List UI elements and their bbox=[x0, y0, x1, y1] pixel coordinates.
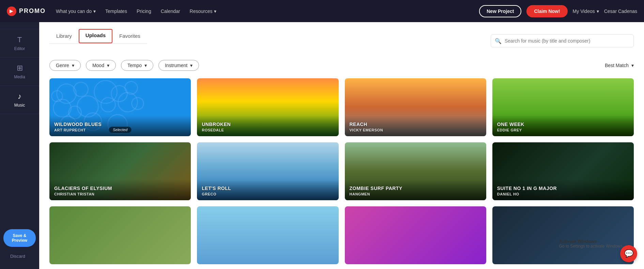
chevron-down-icon: ▾ bbox=[144, 63, 147, 68]
sidebar: T Editor ⊞ Media ♪ Music Save & Preview … bbox=[0, 22, 39, 269]
user-menu[interactable]: Cesar Cadenas bbox=[604, 9, 637, 14]
text-icon: T bbox=[17, 35, 22, 44]
nav-templates[interactable]: Templates bbox=[105, 9, 127, 14]
music-card-glaciers[interactable]: GLACIERS OF ELYSIUMCHRISTIAN TRISTAN bbox=[49, 142, 191, 200]
chevron-down-icon: ▾ bbox=[214, 9, 216, 14]
chevron-down-icon: ▾ bbox=[631, 63, 634, 68]
nav-resources[interactable]: Resources ▾ bbox=[190, 9, 217, 14]
search-icon: 🔍 bbox=[495, 37, 502, 44]
save-preview-button[interactable]: Save & Preview bbox=[3, 229, 36, 247]
music-card-reach[interactable]: REACHVICKY EMERSON bbox=[345, 78, 486, 136]
chat-icon: 💬 bbox=[624, 249, 633, 258]
music-card-suite-g[interactable]: SUITE NO 1 IN G MAJORDANIEL HO bbox=[492, 142, 634, 200]
tempo-filter[interactable]: Tempo ▾ bbox=[121, 60, 153, 71]
search-bar: 🔍 bbox=[491, 34, 634, 47]
chevron-down-icon: ▾ bbox=[93, 9, 96, 14]
genre-filter[interactable]: Genre ▾ bbox=[49, 60, 81, 71]
music-card-lets-roll[interactable]: LET'S ROLLGRECO bbox=[197, 142, 338, 200]
card-title: REACH bbox=[350, 122, 481, 127]
logo-icon: ▶ bbox=[7, 6, 16, 16]
card-title: ONE WEEK bbox=[497, 122, 629, 127]
discard-button[interactable]: Discard bbox=[10, 254, 25, 259]
chevron-down-icon: ▾ bbox=[72, 63, 74, 68]
mood-filter[interactable]: Mood ▾ bbox=[86, 60, 116, 71]
chevron-down-icon: ▾ bbox=[107, 63, 109, 68]
music-card-zombie-surf[interactable]: ZOMBIE SURF PARTYHANGMEN bbox=[345, 142, 486, 200]
chevron-down-icon: ▾ bbox=[190, 63, 193, 68]
logo[interactable]: ▶ PROMO bbox=[7, 6, 46, 16]
music-card-one-week[interactable]: ONE WEEKEDDIE GREY bbox=[492, 78, 634, 136]
sidebar-item-label: Editor bbox=[14, 46, 25, 51]
nav-pricing[interactable]: Pricing bbox=[137, 9, 151, 14]
nav-links: What you can do ▾ Templates Pricing Cale… bbox=[56, 9, 469, 14]
music-card-bottom4[interactable] bbox=[492, 206, 634, 264]
card-artist: CHRISTIAN TRISTAN bbox=[54, 192, 186, 196]
nav-calendar[interactable]: Calendar bbox=[161, 9, 180, 14]
card-title: GLACIERS OF ELYSIUM bbox=[54, 186, 186, 191]
music-card-bottom1[interactable] bbox=[49, 206, 191, 264]
music-tabs: Library Uploads Favorites bbox=[49, 29, 147, 44]
card-artist: VICKY EMERSON bbox=[350, 128, 481, 132]
card-title: ZOMBIE SURF PARTY bbox=[350, 186, 481, 191]
music-icon: ♪ bbox=[18, 92, 21, 101]
card-title: LET'S ROLL bbox=[202, 186, 334, 191]
card-artist: ROSEDALE bbox=[202, 128, 334, 132]
my-videos-link[interactable]: My Videos ▾ bbox=[573, 9, 599, 14]
logo-text: PROMO bbox=[19, 7, 46, 15]
tab-uploads[interactable]: Uploads bbox=[79, 29, 112, 43]
sidebar-item-music[interactable]: ♪ Music bbox=[0, 86, 39, 114]
card-artist: HANGMEN bbox=[350, 192, 481, 196]
chat-bubble-button[interactable]: 💬 bbox=[620, 245, 637, 262]
instrument-filter[interactable]: Instrument ▾ bbox=[158, 60, 199, 71]
navbar: ▶ PROMO What you can do ▾ Templates Pric… bbox=[0, 0, 644, 22]
sidebar-item-label: Media bbox=[14, 75, 25, 79]
card-artist: GRECO bbox=[202, 192, 334, 196]
card-artist: DANIEL HO bbox=[497, 192, 629, 196]
sidebar-item-label: Music bbox=[14, 103, 25, 108]
music-card-unbroken[interactable]: UNBROKENROSEDALE bbox=[197, 78, 338, 136]
music-card-bottom2[interactable] bbox=[197, 206, 338, 264]
tabs-search-row: Library Uploads Favorites 🔍 bbox=[49, 29, 634, 52]
nav-right: New Project Claim Now! My Videos ▾ Cesar… bbox=[479, 5, 637, 17]
card-title: SUITE NO 1 IN G MAJOR bbox=[497, 186, 629, 191]
music-card-wildwood-blues[interactable]: WILDWOOD BLUESART RUPRECHTSelected bbox=[49, 78, 191, 136]
chevron-down-icon: ▾ bbox=[597, 9, 599, 14]
media-icon: ⊞ bbox=[17, 64, 23, 73]
filters-row: Genre ▾ Mood ▾ Tempo ▾ Instrument ▾ Best… bbox=[49, 60, 634, 71]
new-project-button[interactable]: New Project bbox=[479, 5, 521, 17]
main-content: Library Uploads Favorites 🔍 Genre ▾ Mood… bbox=[39, 22, 644, 269]
tab-favorites[interactable]: Favorites bbox=[112, 29, 147, 44]
card-title: UNBROKEN bbox=[202, 122, 334, 127]
sort-dropdown[interactable]: Best Match ▾ bbox=[605, 63, 634, 68]
claim-now-button[interactable]: Claim Now! bbox=[526, 5, 567, 17]
card-artist: EDDIE GREY bbox=[497, 128, 629, 132]
card-title: WILDWOOD BLUES bbox=[54, 122, 186, 127]
music-grid: WILDWOOD BLUESART RUPRECHTSelectedUNBROK… bbox=[49, 78, 634, 264]
sidebar-item-media[interactable]: ⊞ Media bbox=[0, 58, 39, 86]
search-input[interactable] bbox=[491, 34, 634, 47]
selected-badge: Selected bbox=[109, 127, 132, 133]
nav-what-you-can-do[interactable]: What you can do ▾ bbox=[56, 9, 96, 14]
sidebar-item-editor[interactable]: T Editor bbox=[0, 29, 39, 58]
tab-library[interactable]: Library bbox=[49, 29, 79, 44]
music-card-bottom3[interactable] bbox=[345, 206, 486, 264]
